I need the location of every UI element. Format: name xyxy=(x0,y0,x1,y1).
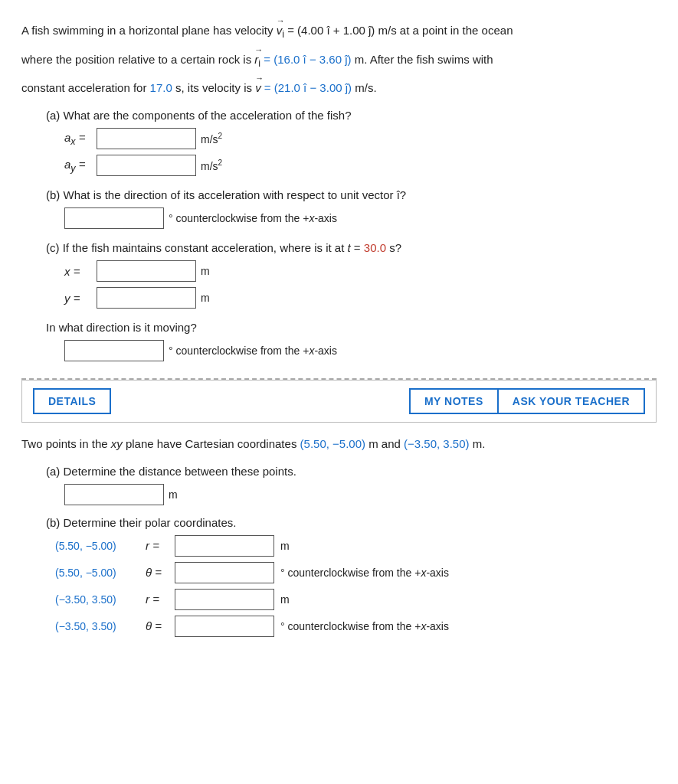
dist-input[interactable] xyxy=(64,484,164,505)
problem2: Two points in the xy plane have Cartesia… xyxy=(21,423,657,637)
page: A fish swimming in a horizontal plane ha… xyxy=(0,0,678,664)
dist-row: m xyxy=(64,484,657,505)
problem2-text: Two points in the xy plane have Cartesia… xyxy=(21,435,657,454)
x-input[interactable] xyxy=(97,260,196,282)
ay-row: ay = m/s2 xyxy=(64,155,657,176)
dir-a-row: ° counterclockwise from the +x-axis xyxy=(64,207,657,229)
y-input[interactable] xyxy=(97,287,196,309)
theta2-row: (−3.50, 3.50) θ = ° counterclockwise fro… xyxy=(55,616,657,637)
theta1-input[interactable] xyxy=(175,562,274,583)
ay-unit: m/s2 xyxy=(201,158,222,172)
vi-value: = (4.00 î + 1.00 ĵ) m/s at a point in th… xyxy=(287,24,513,37)
my-notes-button[interactable]: MY NOTES xyxy=(409,388,499,414)
theta1-row: (5.50, −5.00) θ = ° counterclockwise fro… xyxy=(55,562,657,583)
r2-label: r = xyxy=(146,593,169,606)
dist-unit: m xyxy=(169,488,178,501)
ax-unit: m/s2 xyxy=(201,132,222,145)
part-c-label: (c) If the fish maintains constant accel… xyxy=(46,241,657,254)
x-label: x = xyxy=(64,265,92,278)
y-row: y = m xyxy=(64,287,657,309)
y-unit: m xyxy=(201,292,210,304)
dir-a-input[interactable] xyxy=(64,207,164,229)
r2-input[interactable] xyxy=(175,589,274,610)
p2-part-a-label: (a) Determine the distance between these… xyxy=(46,465,657,478)
coord1b-label: (5.50, −5.00) xyxy=(55,567,139,579)
part-a-label: (a) What are the components of the accel… xyxy=(46,109,657,122)
dir-a-unit: ° counterclockwise from the +x-axis xyxy=(169,212,337,224)
toolbar-right: MY NOTES ASK YOUR TEACHER xyxy=(409,388,645,414)
problem1-text: A fish swimming in a horizontal plane ha… xyxy=(21,14,657,98)
dir-c-input[interactable] xyxy=(64,340,164,361)
ax-label: ax = xyxy=(64,131,92,147)
theta2-label: θ = xyxy=(146,619,169,632)
part-b-label: (b) What is the direction of its acceler… xyxy=(46,188,657,201)
theta1-unit: ° counterclockwise from the +x-axis xyxy=(280,567,449,579)
r2-unit: m xyxy=(280,593,290,606)
r2-row: (−3.50, 3.50) r = m xyxy=(55,589,657,610)
toolbar-left: DETAILS xyxy=(33,388,409,414)
y-label: y = xyxy=(64,292,92,305)
coord2b-label: (−3.50, 3.50) xyxy=(55,620,139,632)
ax-input[interactable] xyxy=(97,128,196,149)
r1-unit: m xyxy=(280,540,290,552)
ri-value-blue: = (16.0 î − 3.60 ĵ) xyxy=(264,53,351,66)
vf-value-blue: = (21.0 î − 3.00 ĵ) xyxy=(264,81,352,94)
ay-label: ay = xyxy=(64,158,92,174)
ay-input[interactable] xyxy=(97,155,196,176)
x-unit: m xyxy=(201,265,210,277)
theta2-unit: ° counterclockwise from the +x-axis xyxy=(280,620,449,632)
ax-row: ax = m/s2 xyxy=(64,128,657,149)
r1-label: r = xyxy=(146,539,169,552)
p2-coord2: (−3.50, 3.50) xyxy=(404,437,469,450)
r1-row: (5.50, −5.00) r = m xyxy=(55,535,657,557)
dir-c-unit: ° counterclockwise from the +x-axis xyxy=(169,345,337,357)
time-value: 17.0 xyxy=(150,81,172,94)
toolbar: DETAILS MY NOTES ASK YOUR TEACHER xyxy=(21,380,657,423)
details-button[interactable]: DETAILS xyxy=(33,388,111,414)
theta1-label: θ = xyxy=(146,566,169,579)
direction-prompt: In what direction is it moving? xyxy=(46,321,657,334)
x-row: x = m xyxy=(64,260,657,282)
p2-part-b-label: (b) Determine their polar coordinates. xyxy=(46,516,657,529)
ask-teacher-button[interactable]: ASK YOUR TEACHER xyxy=(497,388,645,414)
r1-input[interactable] xyxy=(175,535,274,557)
dir-c-row: ° counterclockwise from the +x-axis xyxy=(64,340,657,361)
coord1a-label: (5.50, −5.00) xyxy=(55,540,139,552)
coord2a-label: (−3.50, 3.50) xyxy=(55,593,139,606)
t-value: 30.0 xyxy=(364,241,386,254)
theta2-input[interactable] xyxy=(175,616,274,637)
p2-coord1: (5.50, −5.00) xyxy=(300,437,365,450)
